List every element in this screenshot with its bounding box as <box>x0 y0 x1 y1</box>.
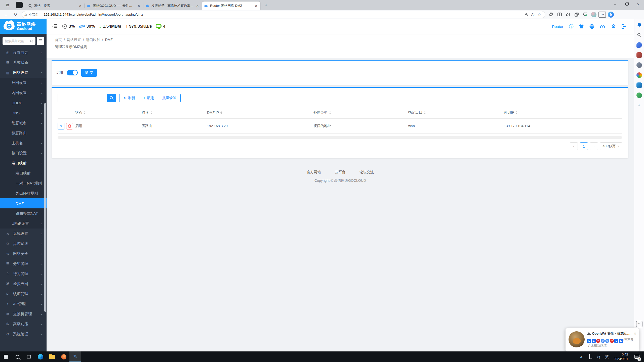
sidebar-item-one-to-one-nat[interactable]: 一对一NAT规则 <box>0 178 47 188</box>
notifications-bell-icon[interactable] <box>636 22 642 28</box>
sidebar-item-hostname[interactable]: 主机名∨ <box>0 138 47 148</box>
delete-button[interactable] <box>66 123 73 129</box>
enable-toggle[interactable] <box>67 70 78 75</box>
volume-icon[interactable]: ◁) <box>594 355 602 359</box>
taskbar-active-app-icon[interactable]: ✎ <box>69 351 81 362</box>
col-description[interactable]: 描述 <box>142 107 207 118</box>
col-egress[interactable]: 指定出口 <box>408 107 504 118</box>
outlook-app-icon[interactable] <box>636 82 642 88</box>
sidebar-item-system-management[interactable]: ⚙系统管理∨ <box>0 329 47 339</box>
reload-icon[interactable]: ↻ <box>12 11 19 18</box>
search-button[interactable] <box>107 94 116 102</box>
sidebar-item-dmz[interactable]: DMZ <box>0 198 47 208</box>
breadcrumb-home[interactable]: 首页 <box>55 38 62 42</box>
refresh-button[interactable]: ↻刷新 <box>119 94 139 102</box>
sidebar-item-dns[interactable]: DNS∨ <box>0 108 47 118</box>
page-1-button[interactable]: 1 <box>580 142 588 150</box>
menu-search-input[interactable] <box>5 39 30 43</box>
add-app-icon[interactable]: + <box>636 102 642 109</box>
theme-shirt-icon[interactable] <box>579 24 584 29</box>
cloud-upload-icon[interactable] <box>600 24 606 29</box>
sidebar-item-switch-management[interactable]: ⇄交换机管理∨ <box>0 309 47 319</box>
copilot-shield-icon[interactable] <box>636 42 642 48</box>
start-button[interactable] <box>0 351 12 362</box>
browser-tab-search[interactable]: 高恪 - 搜索 ✕ <box>26 2 85 10</box>
sidebar-item-port-mapping[interactable]: 端口映射 <box>0 168 47 178</box>
new-tab-button[interactable]: + <box>263 2 270 9</box>
sidebar-item-vpn[interactable]: ⌘虚拟专网∨ <box>0 279 47 289</box>
sidebar-item-advanced-features[interactable]: ✇高级功能∨ <box>0 319 47 329</box>
back-icon[interactable]: ← <box>2 11 10 18</box>
sidebar-item-network-settings[interactable]: ▦网络设置∧ <box>0 68 47 78</box>
tab-close-icon[interactable]: ✕ <box>254 4 258 8</box>
footer-link-cloud-platform[interactable]: 云平台 <box>335 170 346 174</box>
info-icon[interactable]: ⓘ <box>569 23 573 29</box>
sidebar-item-router-mode-nat[interactable]: 路由模式NAT <box>0 208 47 218</box>
edit-button[interactable]: ✎ <box>58 123 64 129</box>
footer-link-forum[interactable]: 论坛交流 <box>360 170 374 174</box>
sidebar-item-behavior-management[interactable]: ⚐行为管理∨ <box>0 269 47 279</box>
security-indicator[interactable]: ⚠ 不安全 <box>24 12 38 17</box>
task-view-icon[interactable] <box>23 351 35 362</box>
url-text[interactable]: 192.168.3.1:9443/cgi-bin/webui/admin#/ne… <box>44 13 523 16</box>
wellness-app-icon[interactable] <box>636 92 642 99</box>
sidebar-item-wan-settings[interactable]: 外网设置∨ <box>0 78 47 88</box>
browser-tab-forum-post[interactable]: 发表帖子 - 高恪技术直通车 - GO ✕ <box>143 2 202 10</box>
sidebar-item-auth-management[interactable]: ☑认证管理∨ <box>0 289 47 299</box>
rules-search-input[interactable] <box>58 94 107 102</box>
taskbar-search-icon[interactable] <box>12 351 23 362</box>
sidebar-item-network-security[interactable]: ⊕网络安全∨ <box>0 249 47 259</box>
favorite-star-icon[interactable]: ☆ <box>536 12 543 17</box>
qq-group-notification[interactable]: OpenWrt 养生 - 菜鸡互啄氪金群 ✕ EE18@@18EE:等不及了现在… <box>566 328 639 351</box>
menu-toggle-button[interactable]: ☰ <box>37 37 44 45</box>
workspaces-icon[interactable]: ⧉ <box>3 1 12 9</box>
next-page-button[interactable]: › <box>590 142 598 150</box>
batch-settings-button[interactable]: 批量设置 <box>158 94 181 102</box>
sidebar-item-upnp[interactable]: UPnP设置∨ <box>0 218 47 229</box>
prev-page-button[interactable]: ‹ <box>570 142 578 150</box>
col-status[interactable]: 状态 <box>75 107 142 118</box>
col-wan-type[interactable]: 外网类型 <box>313 107 408 118</box>
collections-icon[interactable] <box>573 11 581 18</box>
favorites-icon[interactable] <box>564 11 572 18</box>
col-external-ip[interactable]: 外部IP <box>504 107 622 118</box>
language-globe-icon[interactable] <box>589 24 594 29</box>
action-center-icon[interactable]: 2 <box>631 355 643 359</box>
close-icon[interactable]: ✕ <box>633 332 636 336</box>
device-name[interactable]: Router <box>552 24 563 29</box>
sidebar-item-static-route[interactable]: 静态路由 <box>0 128 47 138</box>
show-desktop-button[interactable] <box>643 351 644 362</box>
pinned-app-icon[interactable] <box>16 2 23 8</box>
sidebar-item-port-mapping-group[interactable]: 端口映射∧ <box>0 158 47 168</box>
sidebar-item-system-status[interactable]: ☲系统状态∨ <box>0 58 47 68</box>
clock[interactable]: 0:42 2023/9/21 <box>614 352 628 361</box>
sidebar-item-outbound-nat[interactable]: 外出NAT规则 <box>0 188 47 198</box>
browser-tab-gocloud-site[interactable]: 高恪GOCLOUD——专注于企业. ✕ <box>85 2 143 10</box>
collapse-sidebar-icon[interactable] <box>51 23 58 30</box>
profile-avatar[interactable] <box>590 11 598 18</box>
network-tray-icon[interactable] <box>585 355 594 359</box>
tab-close-icon[interactable]: ✕ <box>195 4 200 8</box>
sidebar-scrollbar[interactable] <box>44 103 46 312</box>
sidebar-item-interface-settings[interactable]: 接口设置∨ <box>0 148 47 158</box>
submit-button[interactable]: 提 交 <box>81 69 97 77</box>
address-bar[interactable]: ⚠ 不安全 192.168.3.1:9443/cgi-bin/webui/adm… <box>22 11 545 18</box>
browser-tab-router-dmz[interactable]: Router-高恪网络-DMZ ✕ <box>202 2 260 10</box>
password-key-icon[interactable] <box>523 12 530 17</box>
page-size-select[interactable]: 40 条/页 ∨ <box>600 142 622 150</box>
sidebar-item-ddns[interactable]: 动态域名∨ <box>0 118 47 128</box>
taskbar-app-orange-icon[interactable] <box>58 351 69 362</box>
extensions-icon[interactable] <box>547 11 555 18</box>
settings-gear-icon[interactable]: ⚙ <box>611 23 616 29</box>
footer-link-official-site[interactable]: 官方网站 <box>307 170 321 174</box>
menu-search-box[interactable] <box>3 37 35 45</box>
sidebar-item-lan-settings[interactable]: 内网设置∨ <box>0 88 47 98</box>
sidebar-item-group-management[interactable]: ☰分组管理∨ <box>0 259 47 269</box>
settings-more-icon[interactable]: ⋯ <box>598 11 606 18</box>
split-screen-icon[interactable] <box>555 11 564 18</box>
bing-chat-icon[interactable]: b <box>607 11 615 18</box>
table-hscrollbar[interactable] <box>58 136 622 139</box>
sidebar-item-flow-control[interactable]: ⧉流控多线∨ <box>0 239 47 249</box>
sidebar-item-setup-wizard[interactable]: ◎设置向导∨ <box>0 48 47 58</box>
col-dmz-ip[interactable]: DMZ IP <box>207 107 313 118</box>
